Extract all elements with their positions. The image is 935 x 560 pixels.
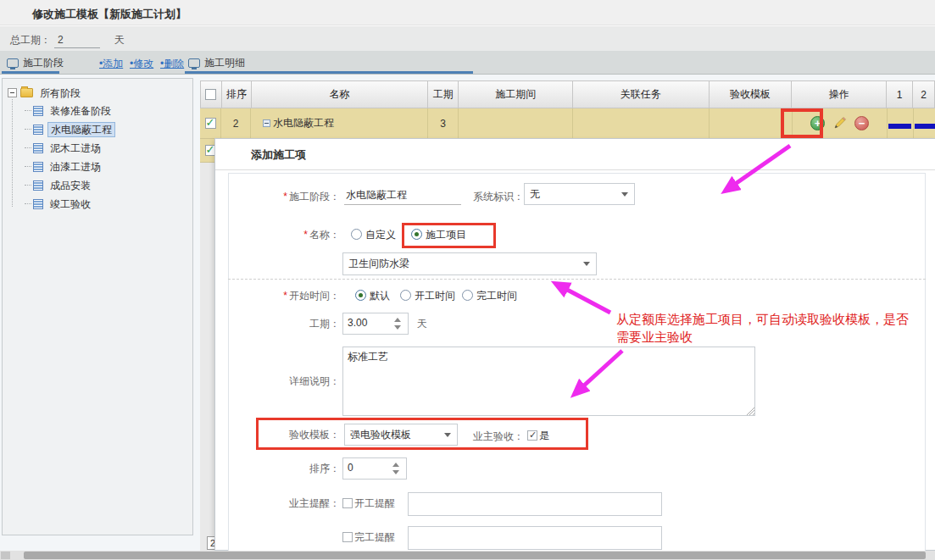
table-icon xyxy=(33,199,43,209)
select-all-checkbox[interactable] xyxy=(205,89,216,100)
tab-construction-detail[interactable]: 施工明细 xyxy=(188,56,245,70)
row-name-cell: 水电隐蔽工程 xyxy=(251,108,428,138)
delete-item-icon[interactable]: − xyxy=(854,116,869,130)
grid-empty-area xyxy=(200,163,214,551)
screen-icon xyxy=(188,58,200,68)
tree-item-hydropower[interactable]: 水电隐蔽工程 xyxy=(25,122,115,139)
chevron-down-icon xyxy=(621,192,628,197)
detail-textarea[interactable]: 标准工艺 xyxy=(342,347,755,416)
finish-remind-checkbox[interactable]: 完工提醒 xyxy=(342,530,395,545)
total-duration-input[interactable]: 2 xyxy=(54,31,100,48)
duration-stepper[interactable]: 3.00 xyxy=(342,313,409,335)
accept-template-select[interactable]: 强电验收模板 xyxy=(344,424,458,446)
chevron-down-icon xyxy=(444,433,451,437)
chevron-down-icon xyxy=(583,262,590,266)
header-name: 名称 xyxy=(252,81,429,108)
stage-label: *施工阶段： xyxy=(215,190,340,204)
finish-remind-input[interactable] xyxy=(408,526,662,550)
checkbox-icon[interactable] xyxy=(527,430,537,441)
table-icon xyxy=(33,125,43,135)
radio-icon[interactable] xyxy=(411,229,422,240)
tree-item-carpentry[interactable]: 泥木工进场 xyxy=(25,141,103,158)
checkbox-icon[interactable] xyxy=(342,532,353,542)
radio-start-time[interactable]: 开工时间 xyxy=(400,289,455,303)
accept-template-label: 验收模板： xyxy=(215,428,340,442)
detail-label: 详细说明： xyxy=(215,374,340,389)
radio-default-start[interactable]: 默认 xyxy=(355,289,390,303)
collapse-icon[interactable] xyxy=(263,119,270,127)
tree-item-acceptance[interactable]: 竣工验收 xyxy=(25,197,93,213)
scrollbar-thumb[interactable] xyxy=(24,552,926,559)
gantt-cell-2 xyxy=(914,108,935,138)
spin-down-icon[interactable] xyxy=(392,470,399,474)
radio-icon[interactable] xyxy=(462,290,473,301)
gantt-bar xyxy=(915,124,935,129)
table-icon xyxy=(33,106,43,116)
gantt-bar xyxy=(888,124,911,129)
tree-item-painting[interactable]: 油漆工进场 xyxy=(25,159,103,176)
edit-pencil-icon[interactable] xyxy=(832,116,847,130)
project-select[interactable]: 卫生间防水梁 xyxy=(342,252,597,275)
table-icon xyxy=(33,180,43,191)
owner-accept-checkbox[interactable]: 是 xyxy=(527,429,549,443)
tree-item-decoration-prep[interactable]: 装修准备阶段 xyxy=(25,103,114,120)
radio-custom-name[interactable]: 自定义 xyxy=(351,228,396,242)
row-duration-cell: 3 xyxy=(428,108,459,138)
tree-root-node[interactable]: 所有阶段 xyxy=(8,86,83,102)
row-related-task-cell xyxy=(573,108,710,138)
spin-up-icon[interactable] xyxy=(392,463,399,467)
screen-icon xyxy=(7,58,19,68)
spin-up-icon[interactable] xyxy=(394,318,401,322)
row-checkbox[interactable] xyxy=(205,118,216,129)
tab-stage-underline xyxy=(2,71,59,74)
folder-icon xyxy=(20,88,33,97)
resize-grip-icon[interactable] xyxy=(747,408,754,415)
divider xyxy=(228,279,926,280)
collapse-expander-icon[interactable] xyxy=(8,88,17,97)
horizontal-scrollbar[interactable] xyxy=(0,551,935,560)
header-day-2: 2 xyxy=(913,81,934,108)
header-actions: 操作 xyxy=(792,81,887,108)
row-order-cell: 2 xyxy=(221,108,251,138)
tree-item-installation[interactable]: 成品安装 xyxy=(25,178,93,195)
delete-stage-link[interactable]: •删除 xyxy=(160,57,184,71)
select-all-cell xyxy=(201,81,222,108)
radio-construction-project[interactable]: 施工项目 xyxy=(411,228,466,242)
radio-finish-time[interactable]: 完工时间 xyxy=(462,289,517,303)
spin-down-icon[interactable] xyxy=(394,325,401,330)
start-remind-input[interactable] xyxy=(408,492,662,516)
owner-accept-label: 业主验收： xyxy=(459,430,524,444)
tree-connector-line xyxy=(12,99,13,207)
tree-root-label[interactable]: 所有阶段 xyxy=(37,86,83,100)
system-flag-select[interactable]: 无 xyxy=(524,183,635,205)
tab-bar: 施工阶段 •添加 •修改 •删除 施工明细 xyxy=(0,51,935,75)
add-item-icon[interactable]: + xyxy=(810,116,825,130)
sort-stepper[interactable]: 0 xyxy=(342,457,407,480)
total-duration-unit: 天 xyxy=(114,33,125,47)
table-icon xyxy=(33,162,43,172)
scroll-left-button[interactable] xyxy=(1,552,10,559)
tab-construction-stage[interactable]: 施工阶段 xyxy=(7,56,64,70)
system-flag-label: 系统标识： xyxy=(459,190,524,204)
checkbox-icon[interactable] xyxy=(342,498,353,508)
header-period: 施工期间 xyxy=(459,81,573,108)
toolbar: 总工期： 2 天 xyxy=(0,25,935,51)
table-row[interactable]: 2 水电隐蔽工程 3 + − xyxy=(200,108,935,139)
row-accept-template-cell xyxy=(710,108,793,138)
header-accept-template: 验收模板 xyxy=(710,81,793,108)
header-related-task: 关联任务 xyxy=(573,81,710,108)
radio-icon[interactable] xyxy=(351,229,362,240)
radio-icon[interactable] xyxy=(400,290,411,301)
start-remind-checkbox[interactable]: 开工提醒 xyxy=(342,496,395,511)
modify-stage-link[interactable]: •修改 xyxy=(130,57,153,71)
gantt-cell-1 xyxy=(888,108,914,138)
owner-remind-label: 业主提醒： xyxy=(215,496,340,511)
dialog-title: 添加施工项 xyxy=(251,147,306,163)
header-day-1: 1 xyxy=(887,81,913,108)
add-stage-link[interactable]: •添加 xyxy=(99,57,123,71)
stage-value-field[interactable]: 水电隐蔽工程 xyxy=(344,186,461,205)
radio-icon[interactable] xyxy=(355,290,366,301)
row-period-cell xyxy=(459,108,573,138)
grid-header: 排序 名称 工期 施工期间 关联任务 验收模板 操作 1 2 xyxy=(200,80,935,108)
start-time-label: *开始时间： xyxy=(215,289,340,303)
